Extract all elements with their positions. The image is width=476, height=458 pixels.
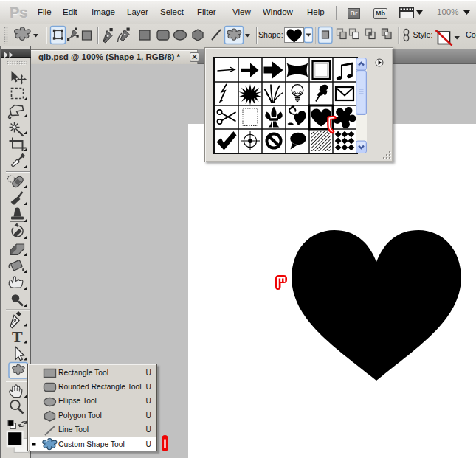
svg-text:Shape:: Shape:	[258, 30, 283, 39]
svg-text:Col: Col	[466, 30, 476, 39]
svg-text:Style:: Style:	[413, 30, 433, 39]
svg-text:T: T	[12, 327, 23, 346]
